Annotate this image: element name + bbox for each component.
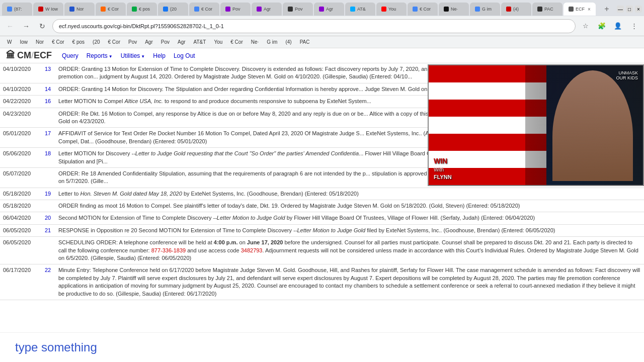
bookmark-pos[interactable]: € pos bbox=[69, 38, 88, 46]
video-content: WIN With FLYNN UNMASKOUR KIDS bbox=[429, 65, 643, 185]
browser-controls: ← → ↻ ecf.nyed.uscourts.gov/cgi-bin/DktR… bbox=[0, 16, 644, 36]
bookmark-cor2[interactable]: € Cor bbox=[105, 38, 123, 46]
docket-number-cell[interactable]: 14 bbox=[40, 83, 55, 95]
minimize-button[interactable]: — bbox=[617, 6, 624, 13]
menu-icon[interactable]: ⋮ bbox=[628, 20, 640, 32]
new-tab-button[interactable]: + bbox=[601, 3, 613, 15]
bookmark-4[interactable]: (4) bbox=[282, 38, 294, 46]
table-row: 06/17/202022Minute Entry: Telephone Conf… bbox=[0, 264, 644, 300]
bookmark-ne[interactable]: Ne· bbox=[248, 38, 262, 46]
bookmark-20[interactable]: (20 bbox=[90, 38, 103, 46]
close-tab-icon[interactable]: × bbox=[588, 7, 591, 12]
bookmark-w[interactable]: W bbox=[4, 38, 15, 46]
bookmark-pov1[interactable]: Pov bbox=[125, 38, 140, 46]
bookmark-agr2[interactable]: Agr bbox=[175, 38, 189, 46]
docket-number-cell[interactable]: 17 bbox=[40, 128, 55, 148]
docket-number-cell[interactable]: 22 bbox=[40, 264, 55, 300]
bookmark-cor1[interactable]: € Cor bbox=[49, 38, 67, 46]
docket-number-cell[interactable]: 18 bbox=[40, 148, 55, 168]
date-cell: 05/18/2020 bbox=[0, 200, 40, 212]
tab-16[interactable]: G im bbox=[470, 3, 500, 16]
tabs-container: (87: W Iow Nor € Cor € pos (20 € Cor Pov… bbox=[2, 3, 601, 16]
bookmark-iow[interactable]: Iow bbox=[17, 38, 31, 46]
docket-number-cell[interactable]: 19 bbox=[40, 188, 55, 200]
logo-text: CM/ECF bbox=[17, 50, 52, 61]
table-row: 05/18/202019Letter to Hon. Steven M. Gol… bbox=[0, 188, 644, 200]
tab-7[interactable]: € Cor bbox=[189, 3, 219, 16]
nav-reports[interactable]: Reports bbox=[87, 52, 113, 59]
tab-14[interactable]: € Cor bbox=[408, 3, 438, 16]
logo: 🏛 CM/ECF bbox=[6, 50, 52, 61]
video-overlay-title: WIN bbox=[434, 157, 447, 165]
bottom-text: type something bbox=[15, 340, 97, 354]
nav-utilities[interactable]: Utilities bbox=[121, 52, 145, 59]
docket-number-cell[interactable]: 16 bbox=[40, 96, 55, 108]
tab-18[interactable]: PAC bbox=[532, 3, 562, 16]
video-subtitle: With bbox=[434, 167, 444, 172]
bookmark-pac[interactable]: PAC bbox=[297, 38, 313, 46]
address-bar[interactable]: ecf.nyed.uscourts.gov/cgi-bin/DktRpt.pl?… bbox=[52, 19, 576, 33]
docket-number-cell bbox=[40, 167, 55, 188]
tab-9[interactable]: Agr bbox=[252, 3, 282, 16]
video-name: FLYNN bbox=[434, 174, 452, 180]
bookmark-you[interactable]: You bbox=[211, 38, 225, 46]
tab-11[interactable]: Agr bbox=[314, 3, 344, 16]
docket-number-cell[interactable]: 21 bbox=[40, 224, 55, 236]
docket-number-cell[interactable]: 20 bbox=[40, 212, 55, 224]
nav-menu: Query Reports Utilities Help Log Out bbox=[62, 52, 195, 59]
table-row: 06/05/2020SCHEDULING ORDER: A telephone … bbox=[0, 237, 644, 264]
tab-bar: (87: W Iow Nor € Cor € pos (20 € Cor Pov… bbox=[0, 0, 644, 16]
date-cell: 04/22/2020 bbox=[0, 96, 40, 108]
video-unmask: UNMASKOUR KIDS bbox=[616, 70, 638, 80]
date-cell: 04/23/2020 bbox=[0, 108, 40, 128]
bookmark-icon[interactable]: ☆ bbox=[580, 20, 592, 32]
logo-icon: 🏛 bbox=[6, 50, 15, 61]
tab-3[interactable]: Nor bbox=[64, 3, 95, 16]
tab-ecf[interactable]: ECF× bbox=[564, 3, 596, 16]
profile-icon[interactable]: 👤 bbox=[612, 20, 624, 32]
tab-8[interactable]: Pov bbox=[220, 3, 251, 16]
address-text: ecf.nyed.uscourts.gov/cgi-bin/DktRpt.pl?… bbox=[59, 23, 569, 29]
video-overlay: WIN With FLYNN UNMASKOUR KIDS bbox=[428, 64, 644, 186]
extension-icon[interactable]: 🧩 bbox=[596, 20, 608, 32]
table-row: 05/18/2020ORDER finding as moot 16 Motio… bbox=[0, 200, 644, 212]
date-cell: 05/18/2020 bbox=[0, 188, 40, 200]
docket-entry-text: ORDER finding as moot 16 Motion to Compe… bbox=[55, 200, 644, 212]
tab-2[interactable]: W Iow bbox=[33, 3, 63, 16]
date-cell: 05/01/2020 bbox=[0, 128, 40, 148]
date-cell: 04/10/2020 bbox=[0, 83, 40, 95]
tab-6[interactable]: (20 bbox=[158, 3, 188, 16]
tab-4[interactable]: € Cor bbox=[96, 3, 126, 16]
date-cell: 04/10/2020 bbox=[0, 63, 40, 83]
docket-entry-text: Letter to Hon. Steven M. Gold dated May … bbox=[55, 188, 644, 200]
date-cell: 06/04/2020 bbox=[0, 212, 40, 224]
tab-15[interactable]: Ne· bbox=[439, 3, 469, 16]
bookmark-cor3[interactable]: € Cor bbox=[227, 38, 246, 46]
nav-help[interactable]: Help bbox=[153, 52, 166, 59]
docket-entry-text: SCHEDULING ORDER: A telephone conference… bbox=[55, 237, 644, 264]
forward-button[interactable]: → bbox=[20, 20, 32, 32]
maximize-button[interactable]: □ bbox=[626, 6, 633, 13]
nav-query[interactable]: Query bbox=[62, 52, 78, 59]
refresh-button[interactable]: ↻ bbox=[36, 20, 48, 32]
nav-logout[interactable]: Log Out bbox=[174, 52, 195, 59]
close-window-button[interactable]: × bbox=[635, 6, 642, 13]
docket-entry-text: Minute Entry: Telephone Conference held … bbox=[55, 264, 644, 300]
bookmark-agr1[interactable]: Agr bbox=[142, 38, 156, 46]
bookmark-pov2[interactable]: Pov bbox=[158, 38, 173, 46]
tab-10[interactable]: Pov bbox=[283, 3, 313, 16]
tab-1[interactable]: (87: bbox=[2, 3, 32, 16]
bookmark-gim[interactable]: G im bbox=[264, 38, 280, 46]
date-cell: 05/07/2020 bbox=[0, 167, 40, 188]
docket-number-cell[interactable]: 13 bbox=[40, 63, 55, 83]
bookmark-att[interactable]: AT&T bbox=[191, 38, 209, 46]
tab-17[interactable]: (4) bbox=[501, 3, 531, 16]
back-button[interactable]: ← bbox=[4, 20, 16, 32]
tab-5[interactable]: € pos bbox=[127, 3, 157, 16]
bottom-text-bar: type something bbox=[0, 332, 644, 362]
date-cell: 06/17/2020 bbox=[0, 264, 40, 300]
tab-12[interactable]: AT& bbox=[345, 3, 375, 16]
table-row: 06/05/202021RESPONSE in Opposition re 20… bbox=[0, 224, 644, 236]
bookmark-nor[interactable]: Nor bbox=[33, 38, 47, 46]
tab-13[interactable]: You bbox=[376, 3, 407, 16]
